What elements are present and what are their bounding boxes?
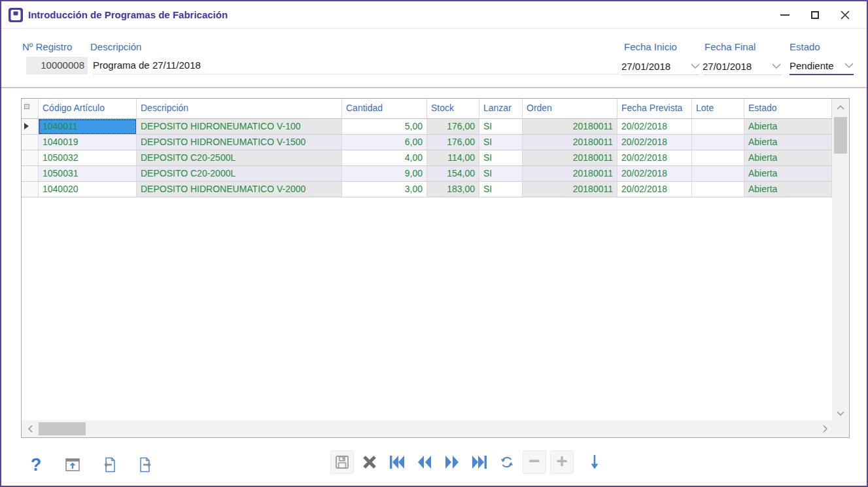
cell-orden[interactable]: 20180011 bbox=[523, 119, 617, 135]
chevron-down-icon[interactable] bbox=[772, 63, 781, 69]
column-header-cantidad[interactable]: Cantidad bbox=[342, 99, 427, 119]
doc-arrow-right-icon bbox=[137, 456, 154, 473]
column-header-orden[interactable]: Orden bbox=[523, 99, 617, 119]
table-row: 1050031 DEPOSITO C20-2000L 9,00 154,00 S… bbox=[22, 166, 832, 182]
cell-cantidad[interactable]: 3,00 bbox=[342, 182, 427, 197]
estado-label: Estado bbox=[790, 41, 820, 52]
cell-orden[interactable]: 20180011 bbox=[523, 166, 617, 182]
fecha-final-label: Fecha Final bbox=[704, 41, 755, 52]
column-header-lote[interactable]: Lote bbox=[692, 99, 744, 119]
cell-lote[interactable] bbox=[692, 150, 744, 166]
chevron-left-icon bbox=[28, 425, 33, 433]
open-window-button[interactable] bbox=[61, 453, 84, 477]
scroll-down-button[interactable] bbox=[832, 405, 849, 422]
save-button[interactable] bbox=[330, 450, 354, 474]
column-header-estado[interactable]: Estado bbox=[744, 99, 832, 119]
scroll-up-button[interactable] bbox=[832, 99, 849, 116]
cell-stock[interactable]: 176,00 bbox=[427, 119, 479, 135]
last-record-button[interactable] bbox=[468, 450, 491, 474]
column-header-descripcion[interactable]: Descripción bbox=[137, 99, 342, 119]
next-record-button[interactable] bbox=[440, 450, 464, 474]
cell-descripcion[interactable]: DEPOSITO C20-2000L bbox=[137, 166, 342, 182]
cell-estado[interactable]: Abierta bbox=[744, 166, 832, 182]
remove-row-button[interactable]: − bbox=[523, 450, 546, 474]
cell-cantidad[interactable]: 9,00 bbox=[342, 166, 427, 182]
scroll-left-button[interactable] bbox=[22, 420, 39, 437]
cell-estado[interactable]: Abierta bbox=[744, 182, 832, 197]
first-record-button[interactable] bbox=[385, 450, 409, 474]
down-arrow-icon bbox=[588, 454, 601, 471]
move-down-button[interactable] bbox=[583, 450, 606, 474]
help-button[interactable]: ? bbox=[24, 453, 48, 477]
horizontal-scroll-thumb[interactable] bbox=[39, 422, 86, 435]
fecha-final-field[interactable]: 27/01/2018 bbox=[703, 57, 781, 75]
cell-lote[interactable] bbox=[692, 119, 744, 135]
doc-previous-button[interactable] bbox=[97, 453, 121, 477]
cell-cantidad[interactable]: 5,00 bbox=[342, 119, 427, 135]
cell-fecha-prevista[interactable]: 20/02/2018 bbox=[617, 182, 692, 197]
cell-fecha-prevista[interactable]: 20/02/2018 bbox=[617, 150, 692, 166]
cell-orden[interactable]: 20180011 bbox=[523, 135, 617, 150]
cell-lote[interactable] bbox=[692, 182, 744, 197]
column-header-stock[interactable]: Stock bbox=[427, 99, 479, 119]
vertical-scrollbar[interactable] bbox=[832, 99, 849, 422]
cell-stock[interactable]: 114,00 bbox=[427, 150, 479, 166]
cell-lanzar[interactable]: SI bbox=[479, 182, 523, 197]
fecha-inicio-field[interactable]: 27/01/2018 bbox=[621, 57, 700, 75]
estado-field[interactable]: Pendiente bbox=[790, 57, 854, 75]
maximize-icon bbox=[811, 11, 819, 19]
cell-codigo[interactable]: 1050031 bbox=[39, 166, 137, 182]
cell-descripcion[interactable]: DEPOSITO C20-2500L bbox=[137, 150, 342, 166]
horizontal-scrollbar[interactable] bbox=[22, 420, 833, 437]
cell-cantidad[interactable]: 4,00 bbox=[342, 150, 427, 166]
cell-codigo[interactable]: 1040019 bbox=[39, 135, 137, 150]
descripcion-field[interactable]: Programa de 27/11/2018 bbox=[93, 57, 619, 75]
cell-stock[interactable]: 154,00 bbox=[427, 166, 479, 182]
previous-record-button[interactable] bbox=[413, 450, 436, 474]
minimize-button[interactable] bbox=[770, 1, 800, 29]
doc-next-button[interactable] bbox=[134, 453, 158, 477]
cell-codigo[interactable]: 1050032 bbox=[39, 150, 137, 166]
cell-stock[interactable]: 176,00 bbox=[427, 135, 479, 150]
cell-lote[interactable] bbox=[692, 166, 744, 182]
maximize-button[interactable] bbox=[800, 1, 830, 29]
chevron-down-icon[interactable] bbox=[844, 63, 854, 68]
cell-cantidad[interactable]: 6,00 bbox=[342, 135, 427, 150]
nav-last-icon bbox=[470, 454, 489, 470]
cell-descripcion[interactable]: DEPOSITO HIDRONEUMATICO V-1500 bbox=[137, 135, 342, 150]
cell-lanzar[interactable]: SI bbox=[479, 119, 523, 135]
cell-lote[interactable] bbox=[692, 135, 744, 150]
cell-fecha-prevista[interactable]: 20/02/2018 bbox=[617, 135, 692, 150]
column-header-codigo[interactable]: Código Artículo bbox=[39, 99, 137, 119]
chevron-down-icon[interactable] bbox=[691, 63, 700, 69]
current-row-arrow-icon bbox=[24, 123, 29, 129]
cell-estado[interactable]: Abierta bbox=[744, 119, 832, 135]
vertical-scroll-thumb[interactable] bbox=[834, 117, 847, 154]
cell-fecha-prevista[interactable]: 20/02/2018 bbox=[617, 119, 692, 135]
table-row: 1050032 DEPOSITO C20-2500L 4,00 114,00 S… bbox=[22, 150, 832, 166]
column-header-fecha-prevista[interactable]: Fecha Prevista bbox=[617, 99, 692, 119]
cell-codigo[interactable]: 1040011 bbox=[39, 119, 137, 135]
refresh-button[interactable] bbox=[495, 450, 519, 474]
cell-orden[interactable]: 20180011 bbox=[523, 182, 617, 197]
cell-lanzar[interactable]: SI bbox=[479, 135, 523, 150]
column-header-lanzar[interactable]: Lanzar bbox=[479, 99, 523, 119]
descripcion-label: Descripción bbox=[90, 41, 141, 52]
cell-codigo[interactable]: 1040020 bbox=[39, 182, 137, 197]
row-indicator bbox=[22, 135, 39, 150]
add-row-button[interactable]: + bbox=[550, 450, 574, 474]
cancel-button[interactable] bbox=[358, 450, 381, 474]
cell-estado[interactable]: Abierta bbox=[744, 135, 832, 150]
cell-lanzar[interactable]: SI bbox=[479, 166, 523, 182]
cell-estado[interactable]: Abierta bbox=[744, 150, 832, 166]
cell-fecha-prevista[interactable]: 20/02/2018 bbox=[617, 166, 692, 182]
close-button[interactable] bbox=[830, 1, 860, 29]
grid-header-row: Código Artículo Descripción Cantidad Sto… bbox=[22, 99, 832, 119]
cell-descripcion[interactable]: DEPOSITO HIDRONEUMATICO V-2000 bbox=[137, 182, 342, 197]
scroll-right-button[interactable] bbox=[816, 420, 833, 437]
cell-stock[interactable]: 183,00 bbox=[427, 182, 479, 197]
registro-label: Nº Registro bbox=[22, 41, 72, 52]
cell-lanzar[interactable]: SI bbox=[479, 150, 523, 166]
cell-descripcion[interactable]: DEPOSITO HIDRONEUMATICO V-100 bbox=[137, 119, 342, 135]
cell-orden[interactable]: 20180011 bbox=[523, 150, 617, 166]
